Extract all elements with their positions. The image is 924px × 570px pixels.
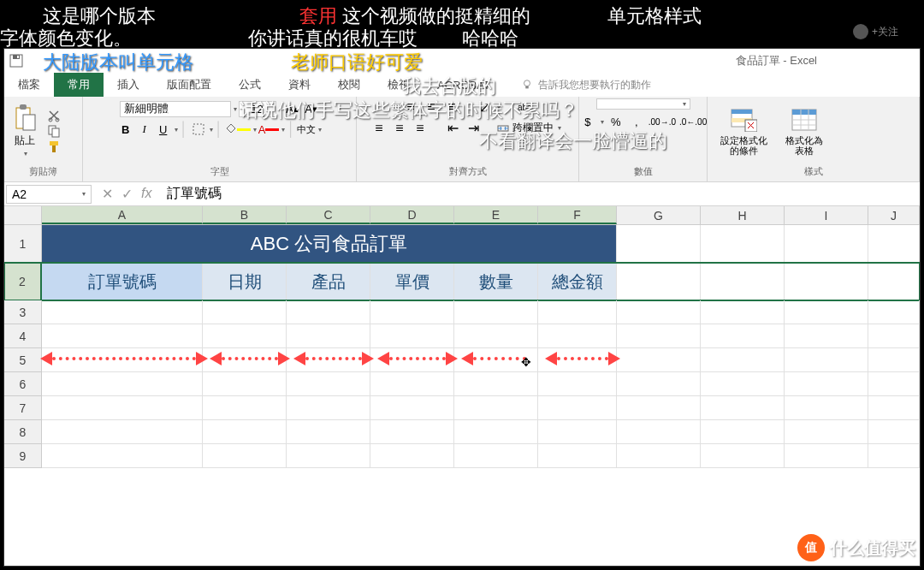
align-top-icon[interactable]: ≡ — [402, 98, 419, 116]
cell[interactable] — [701, 225, 785, 263]
align-middle-icon[interactable]: ≡ — [423, 98, 440, 116]
cell[interactable] — [868, 300, 920, 324]
cell[interactable] — [370, 396, 454, 420]
cell[interactable] — [617, 324, 701, 348]
cell[interactable] — [538, 348, 617, 372]
cell[interactable] — [538, 396, 617, 420]
conditional-format-button[interactable]: 設定格式化的條件 — [713, 104, 774, 157]
cell[interactable] — [868, 444, 920, 468]
row-header[interactable]: 8 — [4, 420, 42, 444]
cell[interactable] — [785, 348, 868, 372]
cell[interactable] — [42, 324, 203, 348]
cell[interactable] — [42, 420, 203, 444]
col-header[interactable]: A — [42, 206, 203, 224]
tell-me-search[interactable]: 告訴我您想要執行的動作 — [521, 73, 651, 97]
cell[interactable] — [287, 300, 370, 324]
cell[interactable] — [785, 324, 868, 348]
cell[interactable] — [701, 263, 785, 300]
cell[interactable] — [538, 420, 617, 444]
cell[interactable] — [42, 300, 203, 324]
follow-button[interactable]: +关注 — [853, 24, 898, 39]
cell[interactable] — [203, 444, 287, 468]
cell[interactable] — [538, 324, 617, 348]
cell[interactable] — [617, 263, 701, 300]
header-cell[interactable]: 日期 — [203, 263, 287, 300]
increase-decimal-button[interactable]: .00→.0 — [649, 113, 676, 130]
cell[interactable] — [617, 420, 701, 444]
tab-insert[interactable]: 插入 — [104, 73, 153, 97]
percent-button[interactable]: % — [607, 113, 625, 130]
decrease-font-button[interactable]: A▾ — [303, 100, 320, 117]
cell[interactable] — [617, 396, 701, 420]
cell[interactable] — [454, 396, 538, 420]
cell[interactable] — [454, 444, 538, 468]
cell[interactable] — [868, 348, 920, 372]
chevron-down-icon[interactable]: ▾ — [601, 118, 604, 126]
align-center-icon[interactable]: ≡ — [391, 120, 408, 137]
name-box[interactable]: A2 ▾ — [6, 185, 92, 204]
number-format-select[interactable]: ▾ — [596, 98, 690, 110]
tab-layout[interactable]: 版面配置 — [153, 73, 225, 97]
font-name-select[interactable] — [120, 101, 231, 117]
cell[interactable] — [370, 300, 454, 324]
align-right-icon[interactable]: ≡ — [412, 120, 429, 137]
cell[interactable] — [370, 420, 454, 444]
header-cell[interactable]: 單價 — [370, 263, 454, 300]
col-header[interactable]: I — [785, 206, 868, 224]
chevron-down-icon[interactable]: ▾ — [253, 126, 257, 134]
wrap-text-icon[interactable]: abc — [516, 98, 533, 116]
decrease-indent-icon[interactable]: ⇤ — [444, 120, 461, 137]
cell[interactable] — [868, 324, 920, 348]
chevron-down-icon[interactable]: ▾ — [279, 105, 282, 113]
cell[interactable] — [203, 372, 287, 396]
col-header[interactable]: J — [868, 206, 920, 224]
chevron-down-icon[interactable]: ▾ — [281, 126, 285, 134]
align-bottom-icon[interactable]: ≡ — [443, 98, 460, 116]
tab-review[interactable]: 校閱 — [324, 73, 374, 97]
title-cell[interactable]: ABC 公司食品訂單 — [42, 225, 617, 263]
align-left-icon[interactable]: ≡ — [370, 120, 388, 137]
phonetic-button[interactable]: 中文 — [297, 121, 316, 138]
cell[interactable] — [42, 348, 203, 372]
format-table-button[interactable]: 格式化為表格 — [778, 104, 831, 157]
cell[interactable] — [617, 300, 701, 324]
cell[interactable] — [454, 348, 538, 372]
increase-font-button[interactable]: A▴ — [284, 100, 301, 117]
cell[interactable] — [203, 420, 287, 444]
cell[interactable] — [868, 225, 920, 263]
cell[interactable] — [701, 396, 785, 420]
merge-center-button[interactable]: 跨欄置中 ▾ — [494, 119, 565, 137]
cell[interactable] — [701, 444, 785, 468]
cell[interactable] — [42, 396, 203, 420]
col-header[interactable]: F — [538, 206, 617, 224]
cell[interactable] — [203, 348, 287, 372]
col-header[interactable]: H — [701, 206, 785, 224]
cell[interactable] — [454, 372, 538, 396]
cancel-formula-icon[interactable]: ✕ — [102, 186, 113, 202]
cell[interactable] — [785, 225, 868, 263]
cell[interactable] — [42, 444, 203, 468]
spreadsheet-grid[interactable]: A B C D E F G H I J 1 ABC 公司食品訂單 2 訂單號碼 — [4, 206, 920, 566]
cell[interactable] — [617, 372, 701, 396]
tab-home[interactable]: 常用 — [54, 73, 104, 97]
header-cell[interactable]: 數量 — [454, 263, 538, 300]
chevron-down-icon[interactable]: ▾ — [497, 104, 500, 111]
tab-acrobat[interactable]: ACROBAT — [424, 73, 504, 97]
tab-data[interactable]: 資料 — [275, 73, 324, 97]
cell[interactable] — [454, 324, 538, 348]
cell[interactable] — [538, 444, 617, 468]
cell[interactable] — [370, 324, 454, 348]
cell[interactable] — [287, 396, 370, 420]
cell[interactable] — [287, 372, 370, 396]
cell[interactable] — [617, 348, 701, 372]
cell[interactable] — [538, 300, 617, 324]
paste-button[interactable]: 貼上 ▾ — [9, 103, 40, 159]
cell[interactable] — [868, 396, 920, 420]
cell[interactable] — [701, 420, 785, 444]
header-cell[interactable]: 訂單號碼 — [42, 263, 203, 300]
format-painter-icon[interactable] — [47, 140, 61, 153]
header-cell[interactable]: 產品 — [287, 263, 370, 300]
row-header[interactable]: 9 — [4, 444, 42, 468]
select-all-corner[interactable] — [4, 206, 42, 224]
col-header[interactable]: D — [370, 206, 454, 224]
